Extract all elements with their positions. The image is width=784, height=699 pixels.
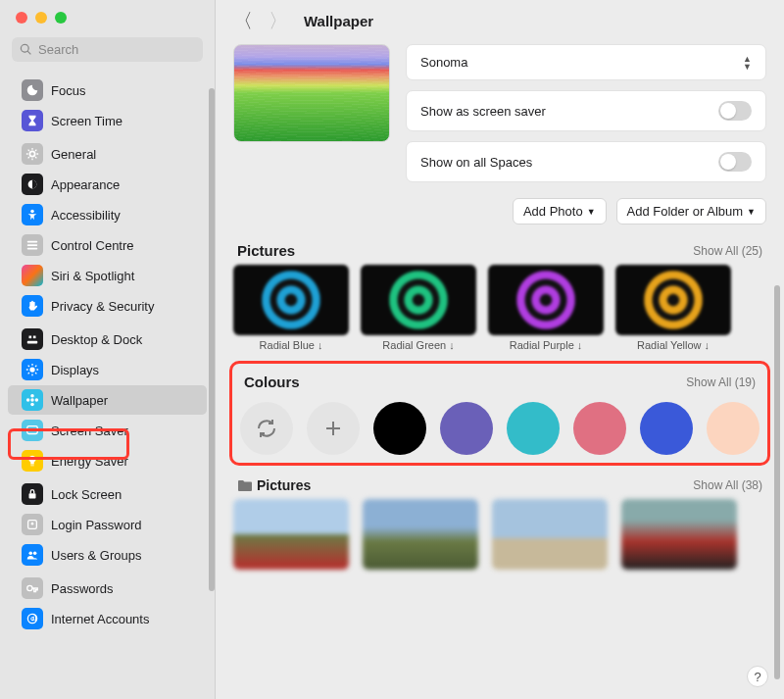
sidebar-item-label: Control Centre — [51, 238, 197, 253]
sidebar-item-desktop-dock[interactable]: Desktop & Dock — [8, 325, 207, 354]
header: 〈 〉 Wallpaper — [216, 0, 784, 42]
add-colour-button[interactable] — [307, 402, 360, 455]
show-as-screensaver-toggle[interactable] — [718, 101, 752, 121]
thumb-label: Radial Green — [382, 339, 446, 351]
sidebar-item-general[interactable]: General — [8, 139, 207, 169]
svg-point-19 — [29, 552, 33, 556]
main-scrollbar[interactable] — [774, 285, 780, 679]
folder-pictures-section: Pictures Show All (38) — [233, 477, 766, 570]
users-icon — [25, 548, 39, 562]
show-all-link[interactable]: Show All (19) — [686, 375, 756, 389]
colour-swatch[interactable] — [640, 402, 693, 455]
sidebar-item-energy-saver[interactable]: Energy Saver — [8, 446, 207, 475]
sidebar-item-login-password[interactable]: Login Password — [8, 510, 207, 539]
wallpaper-thumb[interactable]: Radial Blue↓ — [233, 265, 349, 351]
wallpaper-thumb[interactable]: Radial Yellow↓ — [615, 265, 731, 351]
row-label: Show as screen saver — [420, 104, 546, 119]
sidebar-item-appearance[interactable]: Appearance — [8, 170, 207, 199]
minimize-window-button[interactable] — [35, 12, 47, 24]
flower-icon — [25, 393, 39, 407]
svg-point-13 — [26, 398, 30, 402]
add-photo-button[interactable]: Add Photo▼ — [513, 198, 607, 225]
download-icon: ↓ — [704, 339, 710, 351]
accessibility-icon — [25, 208, 39, 222]
fullscreen-window-button[interactable] — [55, 12, 67, 24]
svg-rect-8 — [33, 336, 36, 339]
download-icon: ↓ — [449, 339, 455, 351]
photo-thumb[interactable] — [363, 499, 478, 570]
show-all-link[interactable]: Show All (25) — [693, 244, 762, 258]
svg-rect-16 — [29, 493, 36, 498]
colour-swatch[interactable] — [507, 402, 560, 455]
chevron-down-icon: ▼ — [747, 207, 756, 217]
button-label: Add Photo — [523, 204, 583, 219]
sidebar-item-label: Login Password — [51, 518, 197, 532]
sidebar-item-wallpaper[interactable]: Wallpaper — [8, 385, 207, 415]
sidebar-item-label: Displays — [51, 363, 197, 377]
sidebar-item-label: Users & Groups — [51, 548, 197, 563]
moon-icon — [25, 83, 39, 97]
svg-rect-3 — [27, 241, 38, 243]
svg-point-21 — [27, 585, 32, 590]
folder-icon — [237, 478, 253, 492]
lock-icon — [25, 487, 39, 501]
sidebar-item-displays[interactable]: Displays — [8, 355, 207, 384]
sidebar-item-screen-time[interactable]: Screen Time — [8, 106, 207, 135]
sidebar-item-label: Energy Saver — [51, 454, 197, 469]
photo-thumb[interactable] — [621, 499, 737, 570]
auto-rotate-button[interactable] — [240, 402, 293, 455]
wallpaper-thumb[interactable]: Radial Green↓ — [361, 265, 476, 351]
sidebar-item-label: Desktop & Dock — [51, 332, 197, 347]
sidebar-item-screen-saver[interactable]: Screen Saver — [8, 416, 207, 445]
wallpaper-thumb[interactable]: Radial Purple↓ — [488, 265, 604, 351]
sidebar-item-accessibility[interactable]: Accessibility — [8, 200, 207, 229]
sidebar-scrollbar[interactable] — [209, 88, 215, 591]
search-input[interactable]: Search — [12, 37, 203, 62]
chevron-down-icon: ▼ — [587, 207, 596, 217]
close-window-button[interactable] — [16, 12, 27, 24]
show-on-all-spaces-row: Show on all Spaces — [406, 141, 766, 182]
annotation-highlight-colours: Colours Show All (19) — [229, 361, 770, 466]
colours-section: Colours Show All (19) — [240, 374, 760, 455]
sidebar-item-internet-accounts[interactable]: Internet Accounts — [8, 604, 207, 633]
sidebar-item-label: Internet Accounts — [51, 612, 197, 626]
sidebar: Search Focus Screen Time General — [0, 0, 216, 699]
svg-point-2 — [30, 210, 34, 214]
back-button[interactable]: 〈 — [233, 8, 253, 34]
sidebar-item-users-groups[interactable]: Users & Groups — [8, 540, 207, 570]
sidebar-item-passwords[interactable]: Passwords — [8, 574, 207, 603]
siri-icon — [22, 265, 43, 286]
sidebar-list: Focus Screen Time General Appearance — [0, 72, 215, 699]
sidebar-item-label: Passwords — [51, 581, 197, 596]
search-placeholder: Search — [38, 42, 78, 57]
colour-swatch[interactable] — [440, 402, 493, 455]
sidebar-item-control-centre[interactable]: Control Centre — [8, 230, 207, 260]
photo-thumb[interactable] — [492, 499, 608, 570]
current-wallpaper-preview[interactable] — [233, 44, 390, 142]
photo-thumb[interactable] — [233, 499, 349, 570]
wallpaper-name-dropdown[interactable]: Sonoma ▲▼ — [406, 44, 766, 80]
add-folder-album-button[interactable]: Add Folder or Album▼ — [616, 198, 766, 225]
chevron-updown-icon: ▲▼ — [743, 56, 752, 70]
sidebar-item-siri-spotlight[interactable]: Siri & Spotlight — [8, 261, 207, 290]
download-icon: ↓ — [577, 339, 583, 351]
show-all-link[interactable]: Show All (38) — [693, 478, 762, 492]
help-button[interactable]: ? — [747, 666, 768, 687]
sidebar-item-focus[interactable]: Focus — [8, 75, 207, 105]
section-title: Colours — [244, 374, 300, 390]
sidebar-item-lock-screen[interactable]: Lock Screen — [8, 479, 207, 509]
colour-swatch[interactable] — [573, 402, 626, 455]
show-on-all-spaces-toggle[interactable] — [718, 152, 752, 172]
colour-swatch[interactable] — [707, 402, 760, 455]
sidebar-item-privacy-security[interactable]: Privacy & Security — [8, 291, 207, 321]
forward-button[interactable]: 〉 — [269, 8, 288, 34]
sidebar-item-label: Screen Time — [51, 114, 197, 128]
svg-point-18 — [31, 523, 34, 525]
dock-icon — [25, 332, 39, 346]
window-controls — [0, 0, 215, 31]
colour-swatch[interactable] — [373, 402, 426, 455]
screensaver-icon — [25, 424, 39, 437]
key-icon — [25, 581, 39, 595]
plus-icon — [321, 417, 345, 440]
main-content: 〈 〉 Wallpaper Sonoma ▲▼ Show as screen s… — [216, 0, 784, 699]
